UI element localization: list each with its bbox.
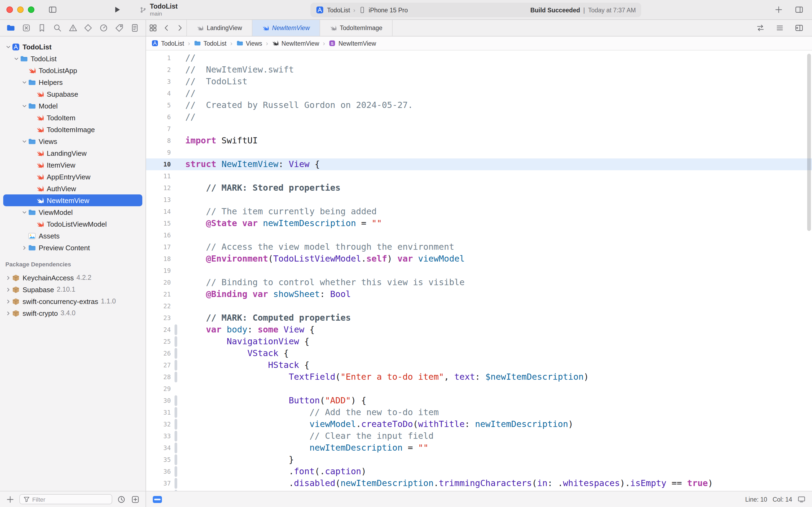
tab-overview-button[interactable] [146, 20, 160, 36]
line-number[interactable]: 6 [146, 111, 171, 123]
line-number[interactable]: 22 [146, 300, 171, 312]
source-control-navigator[interactable] [21, 23, 31, 33]
code-review-button[interactable] [754, 21, 767, 35]
scm-status-filter-button[interactable] [130, 493, 140, 506]
disclosure-open-icon[interactable] [20, 102, 28, 110]
line-number[interactable]: 30 [146, 395, 171, 406]
disclosure-closed-icon[interactable] [4, 309, 12, 317]
line-number[interactable]: 14 [146, 206, 171, 218]
breakpoints-navigator[interactable] [114, 23, 124, 33]
line-number[interactable]: 11 [146, 170, 171, 182]
line-number[interactable]: 29 [146, 383, 171, 395]
activity-status-pill[interactable]: TodoList › iPhone 15 Pro Build Succeeded… [310, 3, 641, 17]
line-number[interactable]: 26 [146, 347, 171, 359]
code-line-29[interactable]: 29 [146, 383, 812, 395]
toggle-left-sidebar-button[interactable] [46, 3, 59, 16]
line-number[interactable]: 21 [146, 288, 171, 300]
sidebar-item-todolist[interactable]: TodoList [3, 41, 142, 53]
code-line-13[interactable]: 13 [146, 194, 812, 206]
go-forward-button[interactable] [173, 20, 186, 36]
code-line-22[interactable]: 22 [146, 300, 812, 312]
line-number[interactable]: 33 [146, 430, 171, 442]
disclosure-closed-icon[interactable] [4, 297, 12, 305]
code-line-3[interactable]: 3// TodoList [146, 76, 812, 88]
package-item-swift-crypto[interactable]: swift-crypto3.4.0 [3, 307, 142, 319]
code-line-16[interactable]: 16 [146, 229, 812, 241]
editor-tab-landingview[interactable]: LandingView [186, 20, 252, 36]
code-line-26[interactable]: 26 VStack { [146, 347, 812, 359]
line-number[interactable]: 1 [146, 52, 171, 64]
breadcrumb-item-todolist[interactable]: TodoList [152, 40, 184, 47]
add-editor-button[interactable] [793, 21, 806, 35]
code-line-12[interactable]: 12 // MARK: Stored properties [146, 182, 812, 194]
disclosure-closed-icon[interactable] [4, 274, 12, 281]
sidebar-item-supabase[interactable]: Supabase [3, 88, 142, 100]
minimize-window-button[interactable] [17, 6, 23, 13]
line-number[interactable]: 24 [146, 324, 171, 336]
code-line-7[interactable]: 7 [146, 123, 812, 135]
sidebar-item-preview-content[interactable]: Preview Content [3, 242, 142, 253]
line-number[interactable]: 25 [146, 336, 171, 347]
line-number[interactable]: 17 [146, 241, 171, 253]
disclosure-open-icon[interactable] [20, 208, 28, 216]
zoom-window-button[interactable] [28, 6, 35, 13]
code-line-27[interactable]: 27 HStack { [146, 359, 812, 371]
code-line-21[interactable]: 21 @Binding var showSheet: Bool [146, 288, 812, 300]
breadcrumb-item-todolist[interactable]: TodoList [194, 40, 227, 47]
sidebar-item-appentryview[interactable]: AppEntryView [3, 171, 142, 183]
code-line-35[interactable]: 35 } [146, 454, 812, 466]
code-line-30[interactable]: 30 Button("ADD") { [146, 395, 812, 406]
display-icon[interactable] [798, 495, 806, 503]
sidebar-item-newitemview[interactable]: NewItemView [3, 194, 142, 206]
close-window-button[interactable] [6, 6, 13, 13]
line-number[interactable]: 27 [146, 359, 171, 371]
line-number[interactable]: 4 [146, 88, 171, 99]
code-line-32[interactable]: 32 viewModel.createToDo(withTitle: newIt… [146, 418, 812, 430]
code-line-33[interactable]: 33 // Clear the input field [146, 430, 812, 442]
sidebar-item-todoitem[interactable]: TodoItem [3, 112, 142, 123]
disclosure-open-icon[interactable] [12, 55, 20, 62]
code-line-10[interactable]: 10struct NewItemView: View { [146, 158, 812, 170]
line-number[interactable]: 3 [146, 76, 171, 88]
breadcrumb-item-views[interactable]: Views [236, 40, 262, 47]
new-tab-button[interactable] [772, 3, 785, 16]
sidebar-item-authview[interactable]: AuthView [3, 183, 142, 194]
code-line-4[interactable]: 4// [146, 88, 812, 99]
code-line-36[interactable]: 36 .font(.caption) [146, 466, 812, 477]
recent-files-filter-button[interactable] [117, 493, 126, 506]
disclosure-open-icon[interactable] [4, 43, 12, 51]
code-line-23[interactable]: 23 // MARK: Computed properties [146, 312, 812, 324]
code-line-31[interactable]: 31 // Add the new to-do item [146, 406, 812, 418]
line-number[interactable]: 2 [146, 64, 171, 76]
line-number[interactable]: 5 [146, 99, 171, 111]
add-item-button[interactable] [5, 493, 15, 506]
line-number[interactable]: 16 [146, 229, 171, 241]
line-number[interactable]: 35 [146, 454, 171, 466]
editor-options-button[interactable] [773, 21, 786, 35]
filter-input[interactable] [32, 496, 109, 502]
project-navigator[interactable] [6, 23, 15, 33]
code-line-28[interactable]: 28 TextField("Enter a to-do item", text:… [146, 371, 812, 383]
editor-scrollbar[interactable] [807, 54, 811, 231]
sidebar-item-model[interactable]: Model [3, 100, 142, 112]
sidebar-item-todoitemimage[interactable]: TodoItemImage [3, 123, 142, 135]
line-number[interactable]: 13 [146, 194, 171, 206]
package-item-swift-concurrency-extras[interactable]: swift-concurrency-extras1.1.0 [3, 295, 142, 307]
bookmarks-navigator[interactable] [37, 23, 47, 33]
line-number[interactable]: 8 [146, 135, 171, 147]
filter-field[interactable] [19, 494, 112, 504]
disclosure-open-icon[interactable] [20, 78, 28, 86]
debug-navigator[interactable] [99, 23, 109, 33]
line-number[interactable]: 32 [146, 418, 171, 430]
code-line-5[interactable]: 5// Created by Russell Gordon on 2024-05… [146, 99, 812, 111]
line-number[interactable]: 31 [146, 406, 171, 418]
code-line-6[interactable]: 6// [146, 111, 812, 123]
code-line-17[interactable]: 17 // Access the view model through the … [146, 241, 812, 253]
line-number[interactable]: 12 [146, 182, 171, 194]
code-line-15[interactable]: 15 @State var newItemDescription = "" [146, 218, 812, 229]
code-line-34[interactable]: 34 newItemDescription = "" [146, 442, 812, 454]
sidebar-item-assets[interactable]: Assets [3, 230, 142, 242]
code-line-11[interactable]: 11 [146, 170, 812, 182]
line-number[interactable]: 37 [146, 477, 171, 489]
line-number[interactable]: 7 [146, 123, 171, 135]
